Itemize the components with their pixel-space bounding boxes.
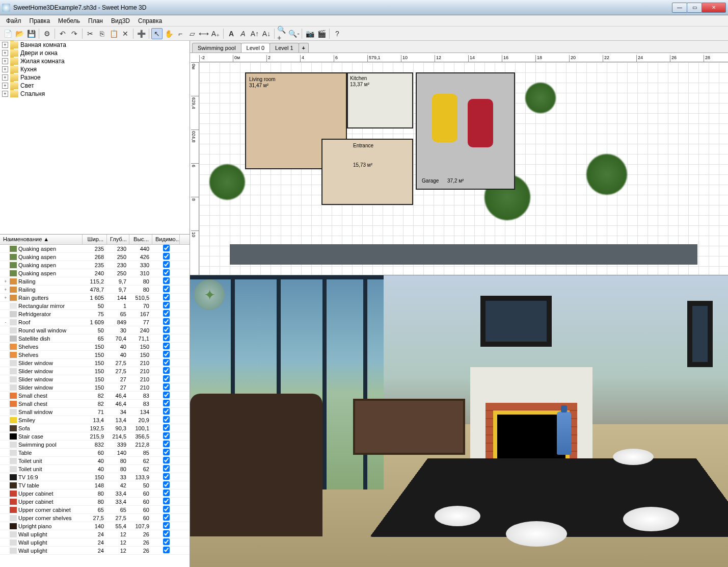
expand-icon[interactable]: + [2, 50, 8, 56]
catalog-item[interactable]: +Кухня [0, 65, 190, 73]
visible-checkbox[interactable] [163, 449, 170, 455]
visible-checkbox[interactable] [163, 392, 170, 398]
cut-button[interactable]: ✂ [85, 28, 96, 39]
visible-checkbox[interactable] [163, 400, 170, 406]
table-row[interactable]: Quaking aspen235230330 [0, 261, 190, 269]
table-row[interactable]: Slider window15027,5210 [0, 367, 190, 375]
menu-план[interactable]: План [84, 16, 107, 26]
table-row[interactable]: Small chest8246,483 [0, 400, 190, 408]
copy-button[interactable]: ⎘ [96, 28, 107, 39]
visible-checkbox[interactable] [163, 253, 170, 260]
visible-checkbox[interactable] [163, 302, 170, 308]
visible-checkbox[interactable] [163, 498, 170, 504]
col-header-width[interactable]: Шир... [83, 235, 107, 244]
visible-checkbox[interactable] [163, 481, 170, 488]
create-dimensions-button[interactable]: ⟷ [198, 28, 209, 39]
pan-tool-button[interactable]: ✋ [163, 28, 174, 39]
create-video-button[interactable]: 🎬 [316, 28, 327, 39]
save-button[interactable]: 💾 [25, 28, 37, 39]
font-size-up-button[interactable]: A↑ [249, 28, 260, 39]
nav3d-control[interactable] [194, 279, 225, 310]
redo-button[interactable]: ↷ [69, 28, 80, 39]
visible-checkbox[interactable] [163, 261, 170, 268]
visible-checkbox[interactable] [163, 465, 170, 472]
pool-rect[interactable] [230, 244, 697, 265]
table-row[interactable]: Upper corner cabinet656560 [0, 506, 190, 514]
table-row[interactable]: TV 16:915033133,9 [0, 473, 190, 481]
menu-вид3d[interactable]: Вид3D [107, 16, 134, 26]
menu-справка[interactable]: Справка [134, 16, 166, 26]
menu-правка[interactable]: Правка [25, 16, 55, 26]
table-row[interactable]: Upper corner shelves27,527,560 [0, 514, 190, 522]
col-header-height[interactable]: Выс... [129, 235, 152, 244]
visible-checkbox[interactable] [163, 457, 170, 463]
table-row[interactable]: Refridgerator7565167 [0, 310, 190, 318]
visible-checkbox[interactable] [163, 489, 170, 496]
table-row[interactable]: +Railing115,29,780 [0, 277, 190, 286]
expand-icon[interactable]: + [2, 58, 8, 64]
furniture-table[interactable]: Наименование ▲ Шир... Глуб... Выс... Вид… [0, 235, 190, 567]
table-row[interactable]: Satellite dish6570,471,1 [0, 334, 190, 343]
table-row[interactable]: Upper cabinet8033,460 [0, 498, 190, 506]
table-row[interactable]: Sofa192,590,3100,1 [0, 424, 190, 432]
table-row[interactable]: Small chest8246,483 [0, 392, 190, 400]
help-button[interactable]: ? [332, 28, 343, 39]
table-row[interactable]: Wall uplight241226 [0, 538, 190, 547]
visible-checkbox[interactable] [163, 351, 170, 357]
undo-button[interactable]: ↶ [57, 28, 68, 39]
visible-checkbox[interactable] [163, 318, 170, 325]
table-row[interactable]: Quaking aspen235230440 [0, 245, 190, 253]
col-header-visible[interactable]: Видимо... [152, 235, 180, 244]
visible-checkbox[interactable] [163, 416, 170, 423]
visible-checkbox[interactable] [163, 294, 170, 300]
table-row[interactable]: Table6014085 [0, 449, 190, 457]
catalog-item[interactable]: +Разное [0, 73, 190, 82]
minimize-button[interactable]: — [672, 3, 687, 13]
table-row[interactable]: Wall uplight241226 [0, 530, 190, 538]
create-text-button[interactable]: A₊ [210, 28, 221, 39]
visible-checkbox[interactable] [163, 383, 170, 390]
visible-checkbox[interactable] [163, 530, 170, 537]
expand-icon[interactable]: + [2, 83, 8, 89]
visible-checkbox[interactable] [163, 538, 170, 545]
table-row[interactable]: Quaking aspen240250310 [0, 269, 190, 277]
table-row[interactable]: Slider window15027210 [0, 375, 190, 383]
room-garage[interactable]: Garage 37,2 м² [416, 72, 515, 190]
visible-checkbox[interactable] [163, 326, 170, 333]
expand-icon[interactable]: + [2, 42, 8, 48]
menu-файл[interactable]: Файл [2, 16, 25, 26]
col-header-name[interactable]: Наименование ▲ [0, 235, 83, 244]
visible-checkbox[interactable] [163, 343, 170, 349]
plan-content[interactable]: Living room 31,47 м² Kitchen 13,37 м² En… [199, 62, 728, 275]
catalog-item[interactable]: +Жилая комната [0, 57, 190, 65]
visible-checkbox[interactable] [163, 245, 170, 251]
table-row[interactable]: Toilet unit408062 [0, 457, 190, 465]
table-row[interactable]: Stair case215,9214,5356,5 [0, 432, 190, 441]
table-row[interactable]: Quaking aspen268250426 [0, 253, 190, 261]
maximize-button[interactable]: ▭ [687, 3, 702, 13]
table-row[interactable]: +Railing478,79,780 [0, 286, 190, 294]
table-row[interactable]: Swimming pool832339212,8 [0, 441, 190, 449]
visible-checkbox[interactable] [163, 334, 170, 341]
open-button[interactable]: 📂 [14, 28, 25, 39]
level-tab[interactable]: Swimming pool [192, 43, 241, 53]
table-row[interactable]: Upright piano14055,4107,9 [0, 522, 190, 530]
visible-checkbox[interactable] [163, 473, 170, 480]
plan-panel[interactable]: Swimming poolLevel 0Level 1+ -20м246579,… [190, 41, 728, 275]
expand-icon[interactable]: + [2, 91, 8, 97]
tree-shape[interactable] [209, 164, 245, 200]
visible-checkbox[interactable] [163, 269, 170, 276]
zoom-out-button[interactable]: 🔍- [288, 28, 300, 39]
visible-checkbox[interactable] [163, 286, 170, 292]
room-kitchen[interactable]: Kitchen 13,37 м² [347, 72, 413, 128]
catalog-item[interactable]: +Спальня [0, 90, 190, 98]
car-red[interactable] [468, 99, 493, 147]
table-row[interactable]: Rectangular mirror50170 [0, 302, 190, 310]
delete-button[interactable]: ✕ [120, 28, 131, 39]
new-button[interactable]: 📄 [2, 28, 13, 39]
car-yellow[interactable] [432, 94, 457, 142]
table-row[interactable]: Round wall window5030240 [0, 326, 190, 334]
visible-checkbox[interactable] [163, 514, 170, 521]
font-size-down-button[interactable]: A↓ [261, 28, 272, 39]
table-row[interactable]: Toilet unit408062 [0, 465, 190, 473]
